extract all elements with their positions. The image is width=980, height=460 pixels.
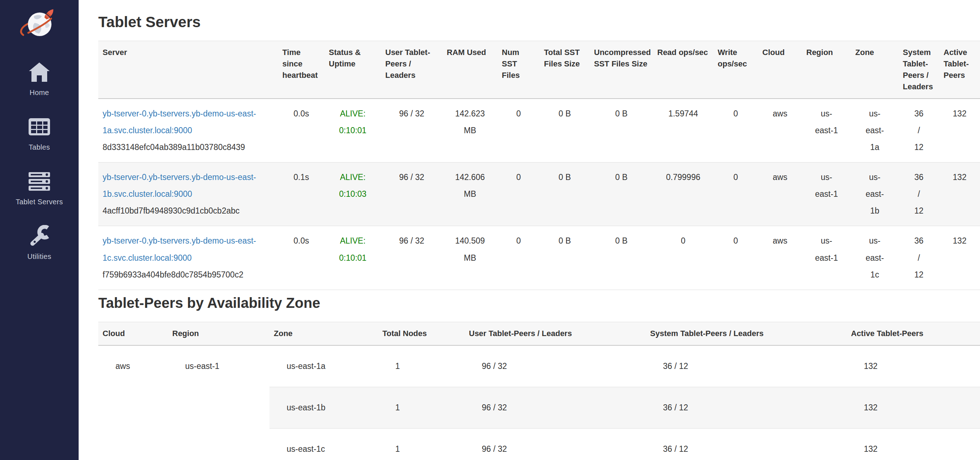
cell-total-nodes: 1 [378, 345, 465, 387]
tserver-uuid: f759b6933a404bfe8d0c7854b95700c2 [103, 266, 274, 283]
sidebar-item-label: Utilities [27, 252, 51, 261]
tables-icon [28, 115, 50, 138]
region-value: us-east-1 [813, 105, 840, 139]
col-header-region: Region [168, 322, 269, 345]
tablet-peers-by-az-table: Cloud Region Zone Total Nodes User Table… [98, 322, 980, 460]
cell-cloud: aws [758, 98, 802, 162]
cell-active-tablet-peers: 132 [939, 98, 980, 162]
cell-system-tablet-peers: 36 / 12 [899, 162, 939, 226]
sidebar-item-home[interactable]: Home [28, 61, 50, 97]
status-alive-text: ALIVE: 0:10:03 [335, 169, 371, 203]
col-header-server: Server [98, 41, 278, 98]
az-row: aws us-east-1 us-east-1a 1 96 / 32 36 / … [98, 345, 980, 387]
system-tablet-peers-value: 36 / 12 [912, 105, 925, 156]
col-header-total-nodes: Total Nodes [378, 322, 465, 345]
cell-zone: us-east-1a [269, 345, 378, 387]
cell-cloud: aws [98, 345, 168, 460]
col-header-user-tablet-peers: User Tablet-Peers / Leaders [465, 322, 646, 345]
sidebar-item-utilities[interactable]: Utilities [27, 225, 51, 261]
tserver-uuid: 8d333148efc04ab389a11b03780c8439 [103, 139, 274, 156]
cell-ram-used: 142.623 MB [442, 98, 498, 162]
cell-active-tablet-peers: 132 [939, 162, 980, 226]
col-header-user-tablet-peers: User Tablet-Peers / Leaders [381, 41, 442, 98]
col-header-time-since-heartbeat: Time since heartbeat [278, 41, 325, 98]
system-tablet-peers-value: 36 / 12 [912, 169, 925, 219]
page-title-tablet-servers: Tablet Servers [98, 14, 980, 31]
cell-zone: us-east-1a [851, 98, 899, 162]
cell-user-tablet-peers: 96 / 32 [465, 387, 646, 428]
cell-system-tablet-peers: 36 / 12 [899, 226, 939, 290]
cell-zone: us-east-1c [269, 428, 378, 460]
cell-time-since-heartbeat: 0.1s [278, 162, 325, 226]
cell-total-sst-size: 0 B [540, 98, 590, 162]
tserver-row: yb-tserver-0.yb-tservers.yb-demo-us-east… [98, 226, 980, 290]
cell-total-nodes: 1 [378, 428, 465, 460]
zone-value: us-east-1a [862, 105, 888, 156]
cell-time-since-heartbeat: 0.0s [278, 98, 325, 162]
cell-read-ops: 0 [653, 226, 713, 290]
cell-write-ops: 0 [713, 226, 758, 290]
cell-server: yb-tserver-0.yb-tservers.yb-demo-us-east… [98, 226, 278, 290]
sidebar-item-tables[interactable]: Tables [28, 115, 50, 151]
col-header-system-tablet-peers: System Tablet-Peers / Leaders [899, 41, 939, 98]
cell-region: us-east-1 [802, 98, 851, 162]
home-icon [28, 61, 50, 84]
col-header-uncompressed-sst-size: Uncompressed SST Files Size [590, 41, 653, 98]
tablet-servers-icon [28, 170, 51, 193]
sidebar: Home Tables [0, 0, 79, 460]
cell-uncompressed-sst-size: 0 B [590, 226, 653, 290]
status-alive-text: ALIVE: 0:10:01 [335, 105, 371, 139]
cell-status-uptime: ALIVE: 0:10:03 [325, 162, 381, 226]
cell-uncompressed-sst-size: 0 B [590, 162, 653, 226]
ram-used-value: 140.509 MB [452, 233, 489, 266]
cell-server: yb-tserver-0.yb-tservers.yb-demo-us-east… [98, 98, 278, 162]
cell-zone: us-east-1b [851, 162, 899, 226]
tserver-address-link[interactable]: yb-tserver-0.yb-tservers.yb-demo-us-east… [103, 233, 256, 266]
col-header-system-tablet-peers: System Tablet-Peers / Leaders [646, 322, 847, 345]
cell-region: us-east-1 [802, 162, 851, 226]
col-header-num-sst-files: Num SST Files [498, 41, 540, 98]
cell-system-tablet-peers: 36 / 12 [646, 387, 847, 428]
cell-total-sst-size: 0 B [540, 162, 590, 226]
cell-system-tablet-peers: 36 / 12 [899, 98, 939, 162]
tserver-row: yb-tserver-0.yb-tservers.yb-demo-us-east… [98, 98, 980, 162]
cell-num-sst-files: 0 [498, 98, 540, 162]
cell-status-uptime: ALIVE: 0:10:01 [325, 98, 381, 162]
col-header-ram-used: RAM Used [442, 41, 498, 98]
cell-ram-used: 142.606 MB [442, 162, 498, 226]
yugabytedb-logo[interactable] [18, 6, 60, 42]
cell-time-since-heartbeat: 0.0s [278, 226, 325, 290]
col-header-cloud: Cloud [758, 41, 802, 98]
cell-active-tablet-peers: 132 [847, 345, 980, 387]
cell-server: yb-tserver-0.yb-tservers.yb-demo-us-east… [98, 162, 278, 226]
sidebar-item-tablet-servers[interactable]: Tablet Servers [16, 170, 63, 206]
region-value: us-east-1 [813, 169, 840, 203]
cell-total-nodes: 1 [378, 387, 465, 428]
cell-write-ops: 0 [713, 162, 758, 226]
zone-value: us-east-1c [862, 233, 888, 283]
sidebar-item-label: Tables [29, 143, 50, 151]
tserver-address-link[interactable]: yb-tserver-0.yb-tservers.yb-demo-us-east… [103, 105, 256, 139]
cell-zone: us-east-1b [269, 387, 378, 428]
utilities-wrench-icon [28, 225, 50, 247]
main-content: Tablet Servers Server Time since heartbe… [79, 14, 980, 460]
cell-system-tablet-peers: 36 / 12 [646, 428, 847, 460]
col-header-status-uptime: Status & Uptime [325, 41, 381, 98]
col-header-cloud: Cloud [98, 322, 168, 345]
tablet-servers-table: Server Time since heartbeat Status & Upt… [98, 41, 980, 290]
cell-num-sst-files: 0 [498, 226, 540, 290]
sidebar-item-label: Home [30, 89, 49, 97]
sidebar-item-label: Tablet Servers [16, 198, 63, 206]
cell-read-ops: 0.799996 [653, 162, 713, 226]
cell-user-tablet-peers: 96 / 32 [465, 428, 646, 460]
col-header-active-tablet-peers: Active Tablet-Peers [939, 41, 980, 98]
cell-read-ops: 1.59744 [653, 98, 713, 162]
cell-system-tablet-peers: 36 / 12 [646, 345, 847, 387]
col-header-zone: Zone [269, 322, 378, 345]
cell-total-sst-size: 0 B [540, 226, 590, 290]
cell-active-tablet-peers: 132 [939, 226, 980, 290]
cell-region: us-east-1 [168, 345, 269, 460]
ram-used-value: 142.606 MB [452, 169, 489, 203]
tserver-address-link[interactable]: yb-tserver-0.yb-tservers.yb-demo-us-east… [103, 169, 256, 203]
cell-user-tablet-peers: 96 / 32 [465, 345, 646, 387]
